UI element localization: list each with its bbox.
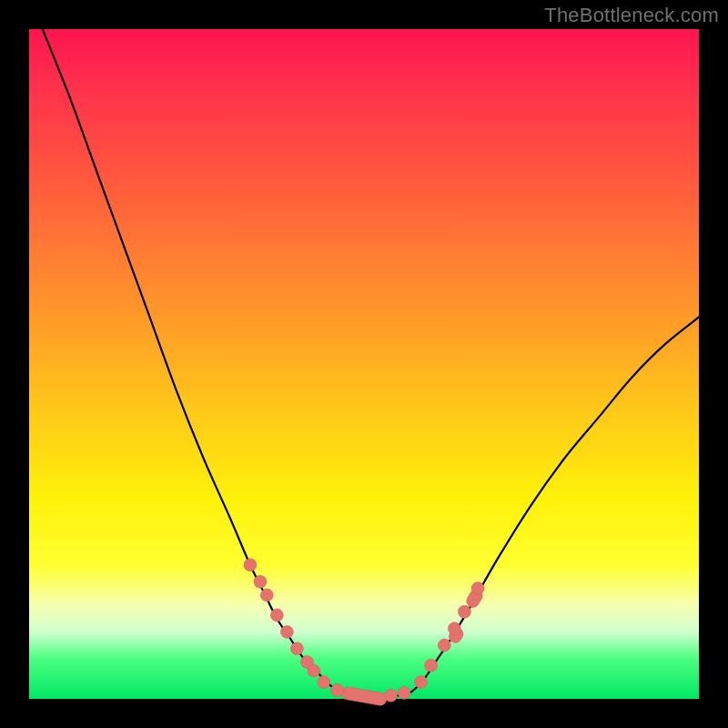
marker-pill [340, 686, 388, 706]
marker-dot [290, 642, 303, 655]
chart-svg [29, 29, 699, 699]
marker-dot [331, 683, 344, 696]
marker-dot [384, 689, 397, 702]
marker-dot [270, 609, 283, 622]
marker-dot [425, 659, 438, 672]
curve-group [43, 29, 699, 697]
marker-dot [471, 582, 484, 595]
marker-dot [244, 559, 257, 571]
marker-dot [260, 589, 273, 602]
marker-group [244, 559, 485, 706]
watermark-text: TheBottleneck.com [544, 4, 719, 27]
marker-dot [458, 605, 470, 618]
marker-dot [280, 625, 293, 638]
marker-dot [398, 686, 410, 699]
marker-dot [254, 575, 267, 588]
outer-frame: TheBottleneck.com [0, 0, 728, 728]
bottleneck-curve [43, 29, 699, 697]
plot-area [29, 29, 699, 699]
marker-dot [308, 664, 320, 677]
marker-dot [448, 622, 460, 635]
marker-dot [318, 676, 330, 689]
marker-dot [415, 676, 428, 689]
marker-dot [438, 639, 450, 652]
